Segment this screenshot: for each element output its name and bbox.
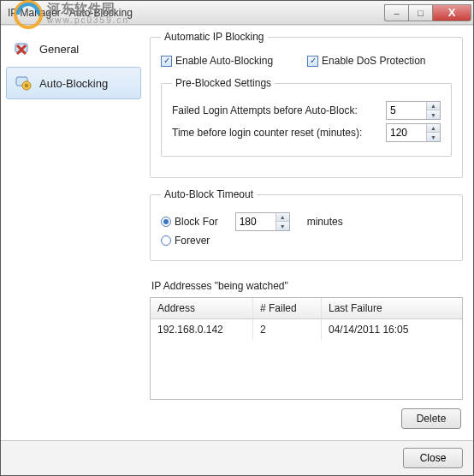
auto-block-timeout-group: Auto-Block Timeout Block For ▲▼ minutes: [150, 188, 463, 261]
pre-blocked-settings-group: Pre-Blocked Settings Failed Login Attemp…: [161, 77, 452, 157]
group-legend: Automatic IP Blocking: [161, 31, 268, 43]
cell-last-failure: 04/14/2011 16:05: [322, 319, 462, 340]
content: Automatic IP Blocking ✓ Enable Auto-Bloc…: [146, 26, 473, 440]
footer: Close: [1, 440, 473, 475]
forever-radio[interactable]: Forever: [161, 235, 210, 247]
sidebar: General Auto-Blocking: [1, 26, 146, 440]
col-last-failure[interactable]: Last Failure: [322, 298, 462, 318]
cell-address: 192.168.0.142: [151, 319, 253, 340]
table-header: Address # Failed Last Failure: [151, 298, 462, 319]
failed-attempts-input[interactable]: [387, 104, 426, 116]
watched-label: IP Addresses "being watched": [151, 280, 463, 292]
minimize-button[interactable]: –: [384, 4, 408, 21]
checkbox-label: Enable Auto-Blocking: [175, 55, 273, 67]
reset-time-label: Time before login counter reset (minutes…: [172, 127, 362, 139]
svg-rect-6: [25, 84, 28, 87]
check-icon: ✓: [307, 56, 318, 67]
radio-icon: [161, 235, 171, 246]
spinner-down-icon[interactable]: ▼: [276, 222, 289, 230]
delete-button[interactable]: Delete: [401, 408, 461, 429]
window: IP Manager - Auto-Blocking 河东软件园 www.pc0…: [0, 0, 474, 476]
check-icon: ✓: [161, 56, 172, 67]
sidebar-item-label: Auto-Blocking: [39, 77, 108, 90]
minutes-label: minutes: [307, 216, 343, 228]
window-buttons: – □ X: [384, 4, 471, 21]
window-title: IP Manager - Auto-Blocking: [1, 7, 384, 19]
spinner-up-icon[interactable]: ▲: [276, 213, 289, 222]
sidebar-item-auto-blocking[interactable]: Auto-Blocking: [6, 67, 141, 99]
enable-dos-protection-checkbox[interactable]: ✓ Enable DoS Protection: [307, 55, 425, 67]
block-for-input[interactable]: [236, 216, 276, 228]
radio-label: Block For: [175, 216, 218, 228]
close-button[interactable]: Close: [403, 448, 463, 468]
radio-icon: [161, 217, 171, 227]
spinner-up-icon[interactable]: ▲: [427, 102, 440, 110]
sidebar-item-general[interactable]: General: [6, 33, 141, 65]
checkbox-label: Enable DoS Protection: [322, 55, 425, 67]
failed-attempts-label: Failed Login Attempts before Auto-Block:: [172, 104, 358, 116]
radio-label: Forever: [175, 235, 210, 247]
sidebar-item-label: General: [39, 43, 79, 56]
block-for-spinner[interactable]: ▲▼: [235, 212, 290, 231]
cell-failed: 2: [253, 319, 322, 340]
automatic-blocking-group: Automatic IP Blocking ✓ Enable Auto-Bloc…: [150, 31, 463, 178]
failed-attempts-spinner[interactable]: ▲▼: [386, 101, 441, 120]
block-for-radio[interactable]: Block For: [161, 216, 218, 228]
spinner-down-icon[interactable]: ▼: [427, 110, 440, 119]
col-failed[interactable]: # Failed: [253, 298, 322, 318]
reset-time-spinner[interactable]: ▲▼: [386, 123, 441, 142]
group-legend: Pre-Blocked Settings: [172, 77, 275, 89]
spinner-down-icon[interactable]: ▼: [427, 133, 440, 141]
enable-auto-blocking-checkbox[interactable]: ✓ Enable Auto-Blocking: [161, 55, 273, 67]
body: General Auto-Blocking Automatic IP Block…: [1, 25, 473, 440]
close-window-button[interactable]: X: [432, 4, 471, 21]
titlebar[interactable]: IP Manager - Auto-Blocking 河东软件园 www.pc0…: [1, 1, 473, 25]
table-row[interactable]: 192.168.0.142 2 04/14/2011 16:05: [151, 319, 462, 340]
spinner-up-icon[interactable]: ▲: [427, 124, 440, 133]
auto-blocking-icon: [14, 74, 33, 92]
maximize-button[interactable]: □: [408, 4, 432, 21]
general-icon: [14, 39, 33, 58]
group-legend: Auto-Block Timeout: [161, 188, 257, 200]
watched-table: Address # Failed Last Failure 192.168.0.…: [150, 297, 463, 400]
col-address[interactable]: Address: [151, 298, 253, 318]
reset-time-input[interactable]: [387, 127, 426, 139]
